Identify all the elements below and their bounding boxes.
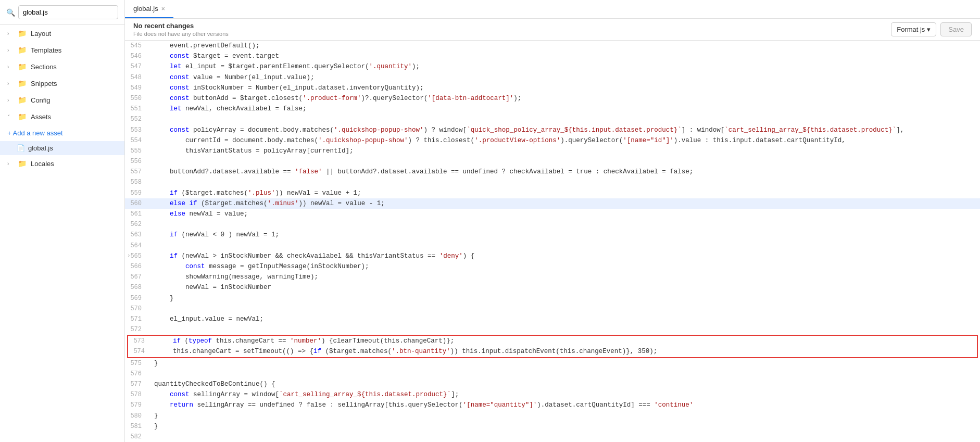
line-number: 569 xyxy=(125,293,150,304)
folder-icon: 📁 xyxy=(18,112,27,121)
code-line-566: 566 const message = getInputMessage(inSt… xyxy=(125,261,980,272)
line-number: 564 xyxy=(125,241,150,251)
js-file-icon: 📄 xyxy=(17,144,25,152)
line-number: 562 xyxy=(125,219,150,230)
sidebar-item-locales[interactable]: › 📁 Locales xyxy=(0,155,124,172)
line-content: const policyArray = document.body.matche… xyxy=(150,125,980,135)
sidebar-item-sections[interactable]: › 📁 Sections xyxy=(0,58,124,75)
code-line-558: 558 xyxy=(125,177,980,187)
code-line-572: 572 xyxy=(125,324,980,335)
search-input[interactable] xyxy=(18,5,118,19)
chevron-right-icon: › xyxy=(7,97,14,103)
line-number: 575 xyxy=(125,358,150,369)
code-line-548: 548 const value = Number(el_input.value)… xyxy=(125,72,980,83)
chevron-down-icon: ▾ xyxy=(927,26,931,33)
line-number: 558 xyxy=(125,177,150,187)
line-number: 560 xyxy=(125,198,150,209)
save-button[interactable]: Save xyxy=(940,22,972,36)
code-line-552: 552 xyxy=(125,114,980,124)
line-number: 556 xyxy=(125,156,150,167)
code-line-577: 577quantityCheckedToBeContinue() { xyxy=(125,379,980,389)
tab-globaljs[interactable]: global.js × xyxy=(125,0,173,18)
code-line-569: 569 } xyxy=(125,293,980,304)
file-item-globaljs[interactable]: 📄 global.js 🗑 ✏️ xyxy=(0,141,124,155)
add-asset-link[interactable]: + Add a new asset xyxy=(0,125,124,141)
tab-bar: global.js × xyxy=(125,0,980,19)
folder-icon: 📁 xyxy=(18,79,27,87)
tab-close-button[interactable]: × xyxy=(161,5,165,12)
line-content: else newVal = value; xyxy=(150,209,980,219)
code-line-561: 561 else newVal = value; xyxy=(125,209,980,219)
format-js-button[interactable]: Format js ▾ xyxy=(891,22,936,36)
line-content: const value = Number(el_input.value); xyxy=(150,72,980,83)
line-number: 550 xyxy=(125,93,150,104)
folder-icon: 📁 xyxy=(18,96,27,104)
code-line-550: 550 const buttonAdd = $target.closest('.… xyxy=(125,93,980,104)
code-line-556: 556 xyxy=(125,156,980,167)
line-number: 567 xyxy=(125,272,150,282)
line-content: } xyxy=(150,358,980,369)
code-line-560: 560 else if ($target.matches('.minus')) … xyxy=(125,198,980,209)
line-content: return sellingArray == undefined ? false… xyxy=(150,400,980,410)
code-line-555: 555 thisVariantStatus = policyArray[curr… xyxy=(125,146,980,156)
line-number: 576 xyxy=(125,369,150,379)
line-number: 580 xyxy=(125,411,150,421)
sidebar-item-config[interactable]: › 📁 Config xyxy=(0,92,124,108)
line-number: 555 xyxy=(125,146,150,156)
code-line-563: 563 if (newVal < 0 ) newVal = 1; xyxy=(125,230,980,240)
line-content: if (typeof this.changeCart == 'number') … xyxy=(153,336,977,346)
sidebar-item-label: Locales xyxy=(31,160,54,168)
line-content: if (newVal < 0 ) newVal = 1; xyxy=(150,230,980,240)
sidebar-item-snippets[interactable]: › 📁 Snippets xyxy=(0,75,124,92)
code-line-562: 562 xyxy=(125,219,980,230)
code-line-575: 575} xyxy=(125,358,980,369)
line-number: 552 xyxy=(125,114,150,124)
code-line-557: 557 buttonAdd?.dataset.available == 'fal… xyxy=(125,167,980,177)
code-line-553: 553 const policyArray = document.body.ma… xyxy=(125,125,980,135)
main-content: global.js × No recent changes File does … xyxy=(125,0,980,442)
line-number: 561 xyxy=(125,209,150,219)
line-content: const message = getInputMessage(inStockN… xyxy=(150,261,980,272)
line-number: 548 xyxy=(125,72,150,83)
line-content: if (newVal > inStockNumber && checkAvail… xyxy=(150,251,980,261)
sidebar-item-templates[interactable]: › 📁 Templates xyxy=(0,42,124,58)
line-number: 553 xyxy=(125,125,150,135)
line-content: thisVariantStatus = policyArray[currentI… xyxy=(150,146,980,156)
no-versions-subtitle: File does not have any other versions xyxy=(133,31,229,37)
code-line-582: 582 xyxy=(125,432,980,442)
tab-label: global.js xyxy=(133,5,158,12)
chevron-down-icon: ˅ xyxy=(7,114,14,120)
code-editor[interactable]: 545 event.preventDefault();546 const $ta… xyxy=(125,41,980,442)
folder-icon: 📁 xyxy=(18,46,27,54)
code-line-549: 549 const inStockNumber = Number(el_inpu… xyxy=(125,83,980,93)
sidebar-item-assets[interactable]: ˅ 📁 Assets xyxy=(0,108,124,125)
chevron-right-icon: › xyxy=(7,47,14,53)
sidebar-item-label: Config xyxy=(31,96,51,104)
line-content: showWarning(message, warningTime); xyxy=(150,272,980,282)
edit-icon[interactable]: ✏️ xyxy=(109,144,117,152)
line-content: el_input.value = newVal; xyxy=(150,314,980,324)
code-line-576: 576 xyxy=(125,369,980,379)
line-number: 582 xyxy=(125,432,150,442)
delete-icon[interactable]: 🗑 xyxy=(99,144,106,152)
line-content: if ($target.matches('.plus')) newVal = v… xyxy=(150,188,980,198)
search-bar: 🔍 xyxy=(0,0,124,25)
code-line-564: 564 xyxy=(125,241,980,251)
line-content: newVal = inStockNumber xyxy=(150,282,980,293)
line-number: 551 xyxy=(125,104,150,114)
line-number: 563 xyxy=(125,230,150,240)
code-line-546: 546 const $target = event.target xyxy=(125,51,980,61)
line-content: const sellingArray = window[`cart_sellin… xyxy=(150,389,980,400)
line-number: 546 xyxy=(125,51,150,61)
line-number: 547 xyxy=(125,61,150,72)
sidebar-item-layout[interactable]: › 📁 Layout xyxy=(0,25,124,42)
code-line-574: 574 this.changeCart = setTimeout(() => {… xyxy=(128,346,977,357)
code-line-567: 567 showWarning(message, warningTime); xyxy=(125,272,980,282)
line-number: 573 xyxy=(128,336,153,346)
line-number: 578 xyxy=(125,389,150,400)
line-number: 572 xyxy=(125,324,150,335)
red-highlighted-block: 573 if (typeof this.changeCart == 'numbe… xyxy=(127,335,978,358)
line-content: quantityCheckedToBeContinue() { xyxy=(150,379,980,389)
line-content: this.changeCart = setTimeout(() => {if (… xyxy=(153,346,977,357)
line-number: 566 xyxy=(125,261,150,272)
